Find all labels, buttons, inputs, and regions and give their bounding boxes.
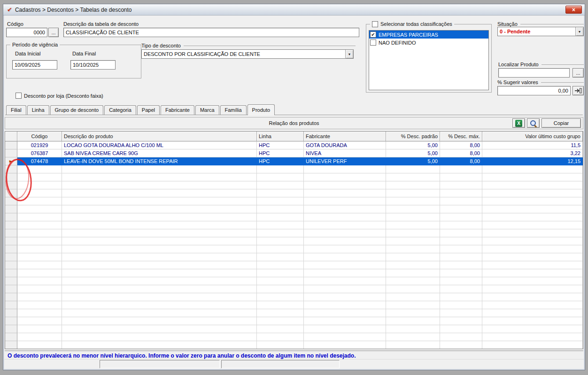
cell-fabricante[interactable]	[304, 205, 386, 213]
cell-descricao[interactable]	[62, 341, 257, 349]
cell-descricao[interactable]	[62, 189, 257, 197]
cell-descricao[interactable]	[62, 301, 257, 309]
header-valor-ultimo-custo[interactable]: Valor último custo grupo	[482, 132, 583, 141]
cell-desc-max[interactable]	[440, 173, 482, 181]
cell-desc-max[interactable]	[440, 277, 482, 285]
cell-valor-ultimo-custo[interactable]: 12,15	[482, 157, 583, 165]
localizar-browse-button[interactable]: ...	[573, 68, 584, 78]
tab-linha[interactable]: Linha	[27, 105, 49, 115]
cell-linha[interactable]	[257, 253, 304, 261]
cell-linha[interactable]: HPC	[257, 141, 304, 149]
cell-desc-max[interactable]	[440, 269, 482, 277]
cell-fabricante[interactable]	[304, 173, 386, 181]
row-selector[interactable]	[5, 165, 17, 173]
cell-fabricante[interactable]	[304, 253, 386, 261]
cell-codigo[interactable]	[17, 189, 62, 197]
cell-linha[interactable]	[257, 181, 304, 189]
row-selector[interactable]	[5, 253, 17, 261]
excel-export-button[interactable]: X	[512, 118, 525, 128]
table-row[interactable]	[5, 229, 583, 237]
cell-fabricante[interactable]	[304, 285, 386, 293]
cell-desc-max[interactable]	[440, 165, 482, 173]
cell-desc-max[interactable]	[440, 181, 482, 189]
copy-button[interactable]: Copiar	[542, 118, 581, 128]
cell-valor-ultimo-custo[interactable]	[482, 301, 583, 309]
tab-filial[interactable]: Filial	[6, 105, 26, 115]
cell-desc-max[interactable]	[440, 229, 482, 237]
cell-desc-padrao[interactable]	[386, 229, 440, 237]
table-row[interactable]: 021929LOCAO GOTA DOURADA ALHO C/100 MLHP…	[5, 141, 583, 149]
classificacao-checkbox[interactable]: ✔	[370, 31, 376, 38]
cell-desc-padrao[interactable]	[386, 237, 440, 245]
cell-valor-ultimo-custo[interactable]	[482, 261, 583, 269]
cell-codigo[interactable]	[17, 269, 62, 277]
cell-valor-ultimo-custo[interactable]: 3,22	[482, 149, 583, 157]
cell-codigo[interactable]	[17, 341, 62, 349]
table-row[interactable]	[5, 165, 583, 173]
cell-desc-padrao[interactable]	[386, 245, 440, 253]
tab-grupo-de-desconto[interactable]: Grupo de desconto	[50, 105, 104, 115]
table-row[interactable]	[5, 221, 583, 229]
cell-desc-max[interactable]	[440, 197, 482, 205]
cell-valor-ultimo-custo[interactable]	[482, 221, 583, 229]
cell-fabricante[interactable]	[304, 317, 386, 325]
row-selector[interactable]	[5, 333, 17, 341]
cell-desc-max[interactable]	[440, 253, 482, 261]
cell-valor-ultimo-custo[interactable]	[482, 229, 583, 237]
cell-valor-ultimo-custo[interactable]: 11,5	[482, 141, 583, 149]
cell-fabricante[interactable]: NIVEA	[304, 149, 386, 157]
localizar-input[interactable]	[498, 68, 570, 78]
data-inicial-input[interactable]	[12, 60, 57, 70]
cell-linha[interactable]	[257, 269, 304, 277]
cell-descricao[interactable]	[62, 229, 257, 237]
cell-codigo[interactable]	[17, 205, 62, 213]
titlebar[interactable]: ✔ Cadastros > Descontos > Tabelas de des…	[3, 4, 585, 16]
cell-desc-padrao[interactable]: 5,00	[386, 157, 440, 165]
cell-desc-padrao[interactable]	[386, 261, 440, 269]
row-selector[interactable]	[5, 173, 17, 181]
cell-linha[interactable]	[257, 317, 304, 325]
cell-desc-padrao[interactable]	[386, 277, 440, 285]
cell-desc-max[interactable]	[440, 221, 482, 229]
tipo-select[interactable]: DESCONTO POR CLASSIFICAÇÃO DE CLIENTE ▼	[141, 49, 354, 59]
cell-codigo[interactable]	[17, 317, 62, 325]
cell-valor-ultimo-custo[interactable]	[482, 237, 583, 245]
cell-codigo[interactable]	[17, 181, 62, 189]
header-linha[interactable]: Linha	[257, 132, 304, 141]
cell-desc-padrao[interactable]	[386, 197, 440, 205]
cell-linha[interactable]	[257, 277, 304, 285]
cell-linha[interactable]	[257, 229, 304, 237]
cell-desc-max[interactable]	[440, 237, 482, 245]
cell-desc-padrao[interactable]: 5,00	[386, 149, 440, 157]
cell-desc-padrao[interactable]	[386, 165, 440, 173]
cell-valor-ultimo-custo[interactable]	[482, 269, 583, 277]
cell-desc-max[interactable]	[440, 325, 482, 333]
row-selector[interactable]	[5, 285, 17, 293]
cell-descricao[interactable]	[62, 173, 257, 181]
header-descricao[interactable]: Descrição do produto	[62, 132, 257, 141]
cell-descricao[interactable]	[62, 261, 257, 269]
table-row[interactable]	[5, 213, 583, 221]
row-selector[interactable]	[5, 301, 17, 309]
cell-desc-padrao[interactable]	[386, 301, 440, 309]
cell-descricao[interactable]	[62, 237, 257, 245]
table-row[interactable]	[5, 325, 583, 333]
cell-descricao[interactable]	[62, 285, 257, 293]
tab-familia[interactable]: Família	[220, 105, 247, 115]
codigo-browse-button[interactable]: ...	[48, 28, 59, 37]
cell-desc-max[interactable]	[440, 245, 482, 253]
table-row[interactable]	[5, 181, 583, 189]
cell-linha[interactable]	[257, 205, 304, 213]
cell-valor-ultimo-custo[interactable]	[482, 325, 583, 333]
table-row[interactable]: ►074478LEAVE-IN DOVE 50ML BOND INTENSE R…	[5, 157, 583, 165]
cell-desc-padrao[interactable]	[386, 221, 440, 229]
tab-marca[interactable]: Marca	[195, 105, 219, 115]
cell-descricao[interactable]	[62, 181, 257, 189]
row-selector[interactable]	[5, 221, 17, 229]
cell-descricao[interactable]	[62, 277, 257, 285]
cell-fabricante[interactable]	[304, 333, 386, 341]
cell-valor-ultimo-custo[interactable]	[482, 173, 583, 181]
cell-codigo[interactable]	[17, 325, 62, 333]
cell-desc-padrao[interactable]	[386, 309, 440, 317]
classificacao-item[interactable]: ✔EMPRESAS PARCEIRAS	[369, 31, 488, 39]
